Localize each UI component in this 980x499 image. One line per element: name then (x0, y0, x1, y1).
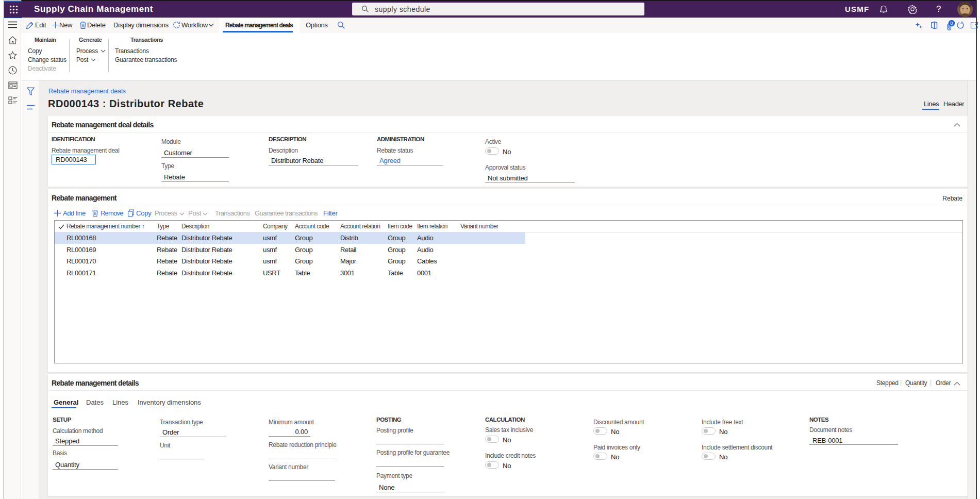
svg-text:0: 0 (950, 20, 953, 26)
